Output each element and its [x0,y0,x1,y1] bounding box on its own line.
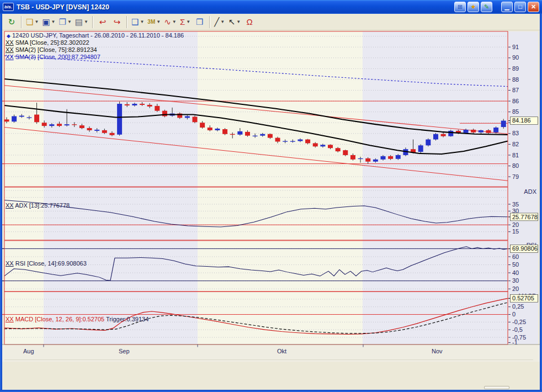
candle-up[interactable] [501,121,506,127]
candle-down[interactable] [87,128,92,130]
candle-up[interactable] [320,145,325,146]
sma75-legend[interactable]: XX SMA(2) [Close, 75]:82.891234 [6,46,97,53]
candle-up[interactable] [215,129,220,130]
close-button[interactable]: ✕ [528,2,539,12]
candle-down[interactable] [313,143,318,146]
candle-up[interactable] [26,117,31,118]
horizontal-scrollbar-thumb[interactable] [484,386,509,389]
candle-down[interactable] [102,130,107,133]
minimize-button[interactable]: ▁ [501,2,513,12]
candle-up[interactable] [418,145,423,152]
refresh-button[interactable]: ↻ [4,15,19,29]
dropdown-arrow-icon[interactable]: ▼ [140,19,144,24]
chart-back-button[interactable]: ↩ [95,15,110,29]
panes-layout-button[interactable]: ⊞ [454,2,466,12]
candle-up[interactable] [117,104,122,135]
dropdown-arrow-icon[interactable]: ▼ [34,19,39,24]
candle-down[interactable] [365,158,370,162]
candle-down[interactable] [109,133,114,135]
chart-forward-button[interactable]: ↪ [110,15,124,29]
candle-down[interactable] [343,150,348,155]
candle-down[interactable] [245,132,250,136]
candle-up[interactable] [381,156,386,160]
save-button[interactable]: ▣▼ [40,15,57,29]
candle-up[interactable] [493,128,498,133]
candle-down[interactable] [350,155,355,160]
copy-button[interactable]: ❐▼ [57,15,73,29]
candle-up[interactable] [290,141,295,141]
candle-up[interactable] [253,136,258,136]
candle-down[interactable] [486,130,491,133]
candle-down[interactable] [208,128,212,130]
draw-line-button[interactable]: ╱▼ [212,15,227,29]
dropdown-arrow-icon[interactable]: ▼ [186,19,190,24]
candle-down[interactable] [57,124,62,126]
maximize-button[interactable]: □ [514,2,526,12]
candle-up[interactable] [373,160,378,162]
adx-legend[interactable]: XX ADX [13]:25.776778 [6,202,70,209]
candle-up[interactable] [426,140,431,146]
candle-down[interactable] [471,130,476,133]
magnet-button[interactable]: Ω [242,15,257,29]
candle-up[interactable] [433,134,438,140]
candle-up[interactable] [49,124,54,126]
chart-type-button[interactable]: ❑▼ [130,15,146,29]
candle-down[interactable] [125,104,130,105]
edit-button[interactable]: ✎ [481,2,492,12]
candle-down[interactable] [336,148,341,151]
candle-up[interactable] [448,131,453,136]
candle-up[interactable] [479,130,483,133]
candle-up[interactable] [132,104,137,105]
candle-up[interactable] [94,130,99,131]
candle-down[interactable] [140,104,145,105]
pointer-button[interactable]: ↖▼ [227,15,243,29]
sma200-legend[interactable]: XX SMA(3) [Close, 200]:87.294807 [6,54,100,60]
candle-down[interactable] [230,134,235,135]
open-button[interactable]: ❏▼ [24,15,40,29]
candle-up[interactable] [237,131,242,135]
dropdown-arrow-icon[interactable]: ▼ [220,19,225,24]
print-button[interactable]: ▤▼ [73,15,90,29]
candle-up[interactable] [297,140,302,141]
candle-down[interactable] [79,125,84,128]
candle-up[interactable] [185,116,190,118]
candle-down[interactable] [4,119,9,121]
candle-down[interactable] [193,116,198,122]
dropdown-arrow-icon[interactable]: ▼ [236,19,241,24]
rsi-legend[interactable]: XX RSI [Close, 14]:69.908063 [6,260,87,267]
candle-down[interactable] [222,129,227,134]
candle-down[interactable] [162,111,167,116]
candle-down[interactable] [305,140,310,144]
candle-up[interactable] [464,130,469,133]
candle-up[interactable] [358,158,363,159]
sma25-legend[interactable]: XX SMA [Close, 25]:82.302022 [6,39,89,46]
dropdown-arrow-icon[interactable]: ▼ [156,19,161,24]
properties-button[interactable]: ❒ [193,15,207,29]
macd-legend[interactable]: XX MACD [Close, 12, 26, 9]:0.52705 Trigg… [6,316,148,322]
candle-down[interactable] [441,134,446,136]
candle-up[interactable] [65,124,70,125]
candle-down[interactable] [155,106,160,111]
candle-down[interactable] [34,115,39,123]
dropdown-arrow-icon[interactable]: ▼ [51,19,56,24]
title-bar[interactable]: bis. TSB - USD-JPY [DVSN] 12420 ⊞ ★ ✎ ▁ … [0,0,542,14]
favorites-button[interactable]: ★ [467,2,479,12]
candle-down[interactable] [72,124,77,125]
insert-study-button[interactable]: Σ▼ [178,15,193,29]
dropdown-arrow-icon[interactable]: ▼ [67,19,72,24]
chart-canvas[interactable]: 9190898887868584838281807984.18635302015… [0,30,542,390]
candle-down[interactable] [200,123,205,128]
candle-down[interactable] [328,145,333,148]
candle-down[interactable] [42,123,47,126]
dropdown-arrow-icon[interactable]: ▼ [84,19,88,24]
candle-up[interactable] [260,134,265,136]
candle-up[interactable] [12,116,17,121]
insert-indicator-button[interactable]: ∿▼ [162,15,178,29]
candle-down[interactable] [268,134,273,138]
candle-up[interactable] [19,116,24,117]
candle-up[interactable] [283,141,288,141]
periodicity-button[interactable]: 3M▼ [146,15,162,29]
candle-up[interactable] [396,155,401,159]
candle-down[interactable] [275,138,280,142]
candle-down[interactable] [147,105,152,107]
